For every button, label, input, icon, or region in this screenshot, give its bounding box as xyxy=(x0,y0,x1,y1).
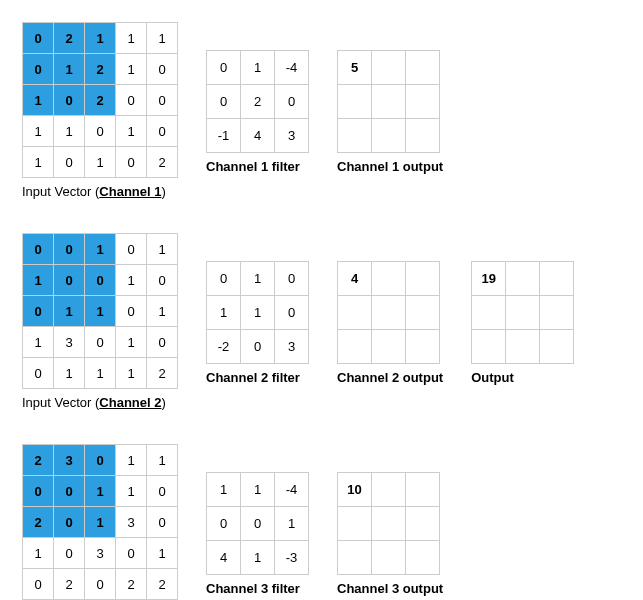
input-grid-ch3-cell: 1 xyxy=(116,476,147,507)
output-grid-ch2-cell: · xyxy=(372,262,406,296)
input-grid-ch1-cell: 0 xyxy=(116,147,147,178)
input-grid-ch3-cell: 1 xyxy=(85,476,116,507)
input-grid-ch2-cell: 1 xyxy=(85,296,116,327)
output-grid-ch2-cell: · xyxy=(338,330,372,364)
output-grid-ch3-cell: · xyxy=(372,541,406,575)
input-grid-ch3-cell: 2 xyxy=(23,445,54,476)
final-output-grid-cell: · xyxy=(540,296,574,330)
final-output-grid-cell: · xyxy=(540,330,574,364)
input-grid-ch1-cell: 1 xyxy=(54,116,85,147)
input-grid-ch3-cell: 1 xyxy=(116,445,147,476)
filter-grid-ch1-cell: 2 xyxy=(241,85,275,119)
input-grid-ch3-cell: 0 xyxy=(23,569,54,600)
input-grid-ch1-cell: 1 xyxy=(85,147,116,178)
filter-grid-ch1: 01-4020-143 xyxy=(206,50,309,153)
input-grid-ch3-cell: 1 xyxy=(23,538,54,569)
output-grid-ch2-cell: 4 xyxy=(338,262,372,296)
input-grid-ch3-cell: 2 xyxy=(116,569,147,600)
input-block-ch3: 2301100110201301030102022Input Vector (C… xyxy=(22,444,178,600)
output-grid-ch2-cell: · xyxy=(372,296,406,330)
input-grid-ch2-cell: 1 xyxy=(54,358,85,389)
final-output-grid-cell: · xyxy=(506,262,540,296)
input-grid-ch2-cell: 1 xyxy=(147,296,178,327)
input-grid-ch1-cell: 0 xyxy=(23,23,54,54)
input-grid-ch3-cell: 2 xyxy=(23,507,54,538)
input-grid-ch1-cell: 2 xyxy=(147,147,178,178)
input-grid-ch2-cell: 0 xyxy=(23,296,54,327)
filter-grid-ch1-cell: 0 xyxy=(207,51,241,85)
filter-grid-ch3-cell: -3 xyxy=(275,541,309,575)
input-grid-ch2-cell: 2 xyxy=(147,358,178,389)
input-grid-ch2-cell: 1 xyxy=(116,327,147,358)
input-grid-ch1-cell: 2 xyxy=(85,54,116,85)
final-output-caption: Output xyxy=(471,370,514,385)
input-grid-ch1-cell: 1 xyxy=(23,85,54,116)
input-grid-ch2: 0010110010011011301001112 xyxy=(22,233,178,389)
input-grid-ch1-cell: 0 xyxy=(54,85,85,116)
input-grid-ch1-cell: 0 xyxy=(23,54,54,85)
output-grid-ch1-cell: · xyxy=(338,119,372,153)
filter-grid-ch3-cell: 0 xyxy=(241,507,275,541)
filter-grid-ch3-cell: 4 xyxy=(207,541,241,575)
input-grid-ch2-cell: 1 xyxy=(85,358,116,389)
input-grid-ch1-cell: 0 xyxy=(85,116,116,147)
input-grid-ch2-cell: 0 xyxy=(54,234,85,265)
input-grid-ch2-cell: 1 xyxy=(23,327,54,358)
input-grid-ch3-cell: 2 xyxy=(147,569,178,600)
filter-grid-ch1-cell: 4 xyxy=(241,119,275,153)
final-output-grid-cell: · xyxy=(506,330,540,364)
output-grid-ch3-cell: · xyxy=(338,541,372,575)
input-grid-ch1-cell: 1 xyxy=(116,116,147,147)
channel-row-1: 0211101210102001101010102Input Vector (C… xyxy=(22,22,621,199)
channel-row-3: 2301100110201301030102022Input Vector (C… xyxy=(22,444,621,600)
filter-grid-ch1-cell: -4 xyxy=(275,51,309,85)
input-grid-ch1-cell: 0 xyxy=(116,85,147,116)
channel-row-2: 0010110010011011301001112Input Vector (C… xyxy=(22,233,621,410)
output-grid-ch3-cell: · xyxy=(406,473,440,507)
caption-prefix: Input Vector ( xyxy=(22,184,99,199)
output-grid-ch3-cell: · xyxy=(406,507,440,541)
filter-grid-ch2-cell: 1 xyxy=(241,296,275,330)
input-grid-ch3-cell: 0 xyxy=(147,476,178,507)
filter-block-ch2: 010110-203Channel 2 filter xyxy=(206,233,309,385)
filter-grid-ch3-cell: 0 xyxy=(207,507,241,541)
input-grid-ch1-cell: 0 xyxy=(147,85,178,116)
output-grid-ch2-cell: · xyxy=(372,330,406,364)
filter-grid-ch3-cell: 1 xyxy=(241,473,275,507)
input-grid-ch3-cell: 0 xyxy=(85,445,116,476)
filter-grid-ch2-cell: 3 xyxy=(275,330,309,364)
output-grid-ch3-cell: 10 xyxy=(338,473,372,507)
input-grid-ch2-cell: 1 xyxy=(116,358,147,389)
filter-grid-ch1-cell: -1 xyxy=(207,119,241,153)
filter-grid-ch3-cell: -4 xyxy=(275,473,309,507)
caption-suffix: ) xyxy=(161,395,165,410)
input-grid-ch2-cell: 0 xyxy=(23,234,54,265)
filter-grid-ch1-cell: 0 xyxy=(275,85,309,119)
output-block-ch1: 5········Channel 1 output xyxy=(337,22,443,174)
input-grid-ch3-cell: 3 xyxy=(85,538,116,569)
input-grid-ch2-cell: 0 xyxy=(85,265,116,296)
output-grid-ch1-cell: · xyxy=(372,85,406,119)
output-grid-ch1-cell: · xyxy=(372,51,406,85)
input-grid-ch2-cell: 1 xyxy=(85,234,116,265)
input-grid-ch3-cell: 0 xyxy=(147,507,178,538)
input-grid-ch3-cell: 1 xyxy=(147,538,178,569)
output-grid-ch2-cell: · xyxy=(338,296,372,330)
output-grid-ch1-cell: 5 xyxy=(338,51,372,85)
filter-grid-ch2-cell: 0 xyxy=(275,296,309,330)
input-grid-ch3-cell: 3 xyxy=(116,507,147,538)
caption-suffix: ) xyxy=(161,184,165,199)
input-block-ch2: 0010110010011011301001112Input Vector (C… xyxy=(22,233,178,410)
filter-grid-ch3-cell: 1 xyxy=(207,473,241,507)
output-grid-ch2-cell: · xyxy=(406,330,440,364)
final-output-block: 19········Output xyxy=(471,233,574,385)
output-block-ch3: 10········Channel 3 output xyxy=(337,444,443,596)
output-grid-ch3: 10········ xyxy=(337,472,440,575)
input-grid-ch3: 2301100110201301030102022 xyxy=(22,444,178,600)
input-grid-ch3-cell: 0 xyxy=(54,476,85,507)
input-grid-ch3-cell: 0 xyxy=(23,476,54,507)
filter-grid-ch3-cell: 1 xyxy=(275,507,309,541)
final-output-grid-cell: · xyxy=(540,262,574,296)
filter-caption: Channel 2 filter xyxy=(206,370,300,385)
input-grid-ch1-cell: 0 xyxy=(147,116,178,147)
